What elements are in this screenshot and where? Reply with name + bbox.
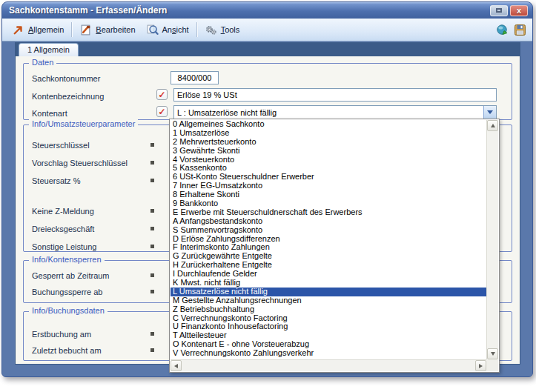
field-marker-icon bbox=[150, 348, 154, 352]
app-window: Sachkontenstamm - Erfassen/Ändern x Allg… bbox=[1, 1, 533, 377]
horizontal-scrollbar[interactable] bbox=[171, 359, 486, 371]
required-check-icon[interactable]: ✓ bbox=[156, 106, 168, 117]
menu-label: Tools bbox=[221, 25, 240, 34]
list-item-label: A Anfangsbestandskonto bbox=[173, 217, 262, 225]
list-item[interactable]: G Zurückgewährte Entgelte bbox=[171, 252, 486, 261]
list-item-label: I Durchlaufende Gelder bbox=[173, 270, 257, 278]
list-item[interactable]: F Interimskonto Zahlungen bbox=[171, 243, 486, 252]
group-title: Info/Buchungsdaten bbox=[29, 306, 107, 315]
list-item-label: T Altteilesteuer bbox=[173, 331, 227, 339]
list-item[interactable]: 5 Kassenkonto bbox=[171, 164, 486, 173]
scrollbar-corner bbox=[486, 359, 498, 371]
list-item[interactable]: 4 Vorsteuerkonto bbox=[171, 156, 486, 165]
field-label: Buchungssperre ab bbox=[32, 288, 102, 296]
field-label: Steuerschlüssel bbox=[32, 141, 90, 150]
list-item-label: 6 USt-Konto Steuerschuldner Erwerber bbox=[173, 173, 314, 181]
toolbar-separator bbox=[71, 22, 72, 37]
list-item[interactable]: D Erlöse Zahlungsdifferenzen bbox=[171, 235, 486, 244]
list-item[interactable]: E Erwerbe mit Steuerschuldnerschaft des … bbox=[171, 208, 486, 217]
list-item-label: F Interimskonto Zahlungen bbox=[173, 243, 270, 251]
kontenart-value: L : Umsatzerlöse nicht fällig bbox=[174, 108, 483, 117]
globe-sync-icon[interactable] bbox=[496, 24, 509, 36]
combobox-dropdown-button[interactable] bbox=[483, 106, 496, 119]
vertical-scrollbar[interactable] bbox=[486, 120, 498, 359]
menu-bearbeiten[interactable]: Bearbeiten bbox=[74, 22, 140, 38]
label-kontenart: Kontenart bbox=[32, 109, 67, 118]
field-marker-icon bbox=[150, 161, 154, 165]
list-item[interactable]: V Verrechnungskonto Zahlungsverkehr bbox=[171, 349, 486, 358]
restore-button[interactable] bbox=[490, 5, 508, 16]
field-marker-icon bbox=[150, 179, 154, 182]
field-label: Keine Z-Meldung bbox=[32, 207, 94, 216]
list-item-label: H Zurückerhaltene Entgelte bbox=[173, 261, 272, 269]
list-item[interactable]: 6 USt-Konto Steuerschuldner Erwerber bbox=[171, 173, 486, 182]
list-item[interactable]: Z Betriebsbuchhaltung bbox=[171, 305, 486, 314]
field-marker-icon bbox=[150, 245, 154, 248]
list-item[interactable]: H Zurückerhaltene Entgelte bbox=[171, 261, 486, 270]
label-sachkontonummer: Sachkontonummer bbox=[32, 74, 100, 83]
list-item[interactable]: 8 Erhaltene Skonti bbox=[171, 190, 486, 199]
field-label: Steuersatz % bbox=[32, 176, 80, 185]
kontenart-dropdown-list: 0 Allgemeines Sachkonto 1 Umsatzerlöse 2… bbox=[169, 119, 500, 373]
list-item[interactable]: 7 Inner EG-Umsatzkonto bbox=[171, 182, 486, 190]
list-item[interactable]: 3 Gewährte Skonti bbox=[171, 147, 486, 156]
tab-allgemein[interactable]: 1 Allgemein bbox=[19, 43, 79, 56]
field-label: Vorschlag Steuerschlüssel bbox=[32, 159, 128, 167]
required-check-icon[interactable]: ✓ bbox=[156, 89, 168, 100]
save-icon[interactable] bbox=[514, 24, 526, 36]
scroll-left-button[interactable] bbox=[171, 360, 182, 371]
menu-tools[interactable]: Tools bbox=[199, 22, 245, 38]
restore-icon bbox=[496, 8, 502, 13]
group-title: Info/Kontensperren bbox=[29, 255, 105, 264]
scroll-right-button[interactable] bbox=[475, 360, 486, 371]
group-title: Info/Umsatzsteuerparameter bbox=[29, 119, 138, 128]
list-item[interactable]: M Gestellte Anzahlungsrechnungen bbox=[171, 296, 486, 305]
list-item[interactable]: 0 Allgemeines Sachkonto bbox=[171, 120, 486, 129]
group-title: Daten bbox=[29, 58, 56, 67]
group-daten: Daten Sachkontonummer 8400/000 Kontenbez… bbox=[23, 63, 512, 120]
field-marker-icon bbox=[150, 332, 154, 336]
kontenbezeichnung-input[interactable]: Erlöse 19 % USt bbox=[173, 88, 497, 102]
arrow-left-icon bbox=[174, 364, 178, 368]
list-item-label: C Verrechnungskonto Factoring bbox=[173, 314, 288, 322]
list-item-label: 4 Vorsteuerkonto bbox=[173, 156, 234, 164]
arrow-up-right-icon bbox=[12, 24, 24, 36]
kontenart-combobox[interactable]: L : Umsatzerlöse nicht fällig bbox=[173, 105, 497, 119]
list-item[interactable]: C Verrechnungskonto Factoring bbox=[171, 314, 486, 323]
toolbar-separator bbox=[196, 22, 197, 37]
list-item[interactable]: K Mwst. nicht fällig bbox=[171, 279, 486, 288]
magnifier-icon bbox=[146, 24, 159, 36]
close-button[interactable]: x bbox=[510, 5, 528, 16]
list-item[interactable]: I Durchlaufende Gelder bbox=[171, 270, 486, 279]
list-item[interactable]: S Summenvortragskonto bbox=[171, 226, 486, 235]
list-item[interactable]: 9 Bankkonto bbox=[171, 199, 486, 208]
list-item[interactable]: O Kontenart E - ohne Vorsteuerabzug bbox=[171, 340, 486, 349]
field-label: Sonstige Leistung bbox=[32, 242, 96, 251]
list-item-label: K Mwst. nicht fällig bbox=[173, 279, 240, 287]
menu-allgemein[interactable]: Allgemein bbox=[7, 22, 69, 38]
menu-ansicht[interactable]: Ansicht bbox=[141, 22, 194, 38]
list-item[interactable]: T Altteilesteuer bbox=[171, 331, 486, 340]
list-item-label: 7 Inner EG-Umsatzkonto bbox=[173, 182, 262, 190]
list-item-label: V Verrechnungskonto Zahlungsverkehr bbox=[173, 349, 314, 357]
list-item[interactable]: 2 Mehrwertsteuerkonto bbox=[171, 138, 486, 147]
list-item-label: L Umsatzerlöse nicht fällig bbox=[173, 288, 268, 296]
field-marker-icon bbox=[150, 227, 154, 230]
scroll-down-button[interactable] bbox=[487, 348, 498, 359]
list-item-label: 1 Umsatzerlöse bbox=[173, 129, 229, 137]
kontenart-listbox[interactable]: 0 Allgemeines Sachkonto 1 Umsatzerlöse 2… bbox=[171, 120, 486, 359]
scroll-up-button[interactable] bbox=[487, 120, 498, 131]
field-label: Zuletzt bebucht am bbox=[32, 346, 102, 355]
gears-icon bbox=[205, 24, 217, 36]
list-item[interactable]: L Umsatzerlöse nicht fällig bbox=[171, 288, 486, 296]
menu-label: Ansicht bbox=[162, 25, 189, 34]
label-kontenbezeichnung: Kontenbezeichnung bbox=[32, 92, 104, 101]
title-bar[interactable]: Sachkontenstamm - Erfassen/Ändern x bbox=[2, 2, 532, 19]
sachkontonummer-input[interactable]: 8400/000 bbox=[171, 71, 219, 84]
list-item[interactable]: U Finanzkonto Inhousefactoring bbox=[171, 322, 486, 331]
list-item-label: 2 Mehrwertsteuerkonto bbox=[173, 138, 257, 146]
list-item[interactable]: 1 Umsatzerlöse bbox=[171, 129, 486, 138]
field-label: Dreiecksgeschäft bbox=[32, 225, 94, 233]
list-item[interactable]: A Anfangsbestandskonto bbox=[171, 217, 486, 226]
field-marker-icon bbox=[150, 209, 154, 213]
